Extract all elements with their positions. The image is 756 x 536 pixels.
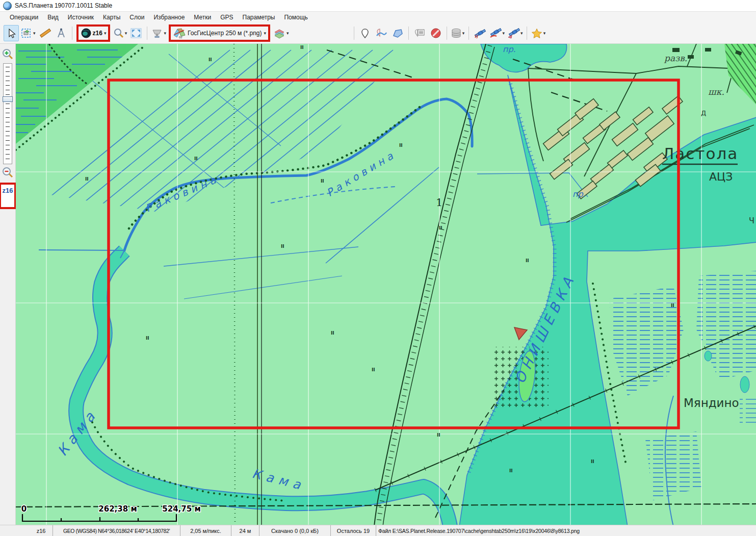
map-source-icon: 02 [173, 27, 186, 39]
placemark-list-button[interactable] [412, 25, 427, 41]
fullscreen-button[interactable] [128, 25, 144, 41]
dropdown-arrow-icon[interactable]: ▾ [520, 31, 523, 36]
toolbar-separator [72, 27, 72, 40]
map-source-badge: 02 [179, 36, 183, 39]
cursor-tool-button[interactable] [4, 25, 19, 41]
cursor-icon [6, 28, 17, 39]
svg-text:II: II [526, 258, 529, 263]
hide-placemarks-button[interactable] [428, 25, 444, 41]
add-placemark-button[interactable] [357, 25, 373, 41]
svg-text:II: II [281, 244, 284, 249]
map-source-selector[interactable]: 02 ГосГисЦентр 250 м (*.png) ▾ [172, 25, 267, 41]
download-manager-button[interactable]: ▾ [450, 25, 465, 41]
polygon-placemark-icon [392, 28, 404, 39]
gps-marker-button[interactable]: ▾ [506, 25, 524, 41]
status-zoom: z16 [30, 525, 53, 536]
gps-marker-icon [507, 27, 520, 39]
menu-operations[interactable]: Операции [5, 13, 43, 22]
label-pr-village: пр. [572, 189, 586, 199]
favorites-button[interactable]: ▾ [530, 25, 546, 41]
map-viewport[interactable]: IIII IIII IIII IIII IIII IIII IIII IIII … [16, 44, 756, 525]
toolbar-separator [147, 27, 147, 40]
search-button[interactable]: ▾ [112, 25, 127, 41]
toolbar: ▾ z16 ▾ [0, 23, 756, 44]
app-window: SAS.Планета 190707.10011 Stable Операции… [0, 0, 756, 536]
gps-track-button[interactable]: ▾ [488, 25, 506, 41]
zoom-selector-button[interactable]: z16 ▾ [80, 25, 107, 41]
label-one: 1 [436, 196, 442, 209]
dropdown-arrow-icon[interactable]: ▾ [543, 31, 546, 36]
menu-settings[interactable]: Параметры [238, 13, 280, 22]
svg-text:II: II [671, 303, 674, 308]
database-icon [451, 28, 462, 39]
label-pr-top: пр. [503, 44, 516, 54]
compass-tool-button[interactable] [54, 25, 69, 41]
zoom-out-icon[interactable] [2, 166, 14, 180]
status-resolution: 2,05 м/пикс. [180, 525, 231, 536]
svg-text:II: II [300, 45, 304, 50]
dropdown-arrow-icon[interactable]: ▾ [104, 31, 107, 36]
placemark-list-icon [413, 28, 426, 39]
menu-help[interactable]: Помощь [279, 13, 312, 22]
label-lastola: Ластола [662, 144, 738, 163]
svg-text:II: II [85, 176, 89, 182]
selection-tool-button[interactable]: ▾ [20, 25, 36, 41]
dropdown-arrow-icon[interactable]: ▾ [503, 31, 505, 36]
status-remaining: Осталось 19 [331, 525, 376, 536]
zoom-slider[interactable] [3, 63, 12, 164]
add-path-button[interactable] [374, 25, 389, 41]
svg-text:II: II [194, 156, 198, 161]
no-entry-icon [430, 28, 442, 39]
status-altitude: 24 м [231, 525, 259, 536]
svg-text:II: II [372, 367, 375, 372]
ruler-tool-button[interactable] [37, 25, 53, 41]
dropdown-arrow-icon[interactable]: ▾ [33, 31, 36, 36]
menu-maps[interactable]: Карты [98, 13, 125, 22]
layers-button[interactable]: ▾ [272, 25, 290, 41]
svg-text:II: II [439, 225, 442, 231]
toolbar-separator [527, 27, 527, 40]
status-bar: z16 GEO (WGS84) N64°36,018624' E40°14,18… [0, 525, 756, 536]
cache-icon [151, 28, 163, 39]
status-file-path: Файл E:\SAS.Planet.Release.190707\cache\… [376, 525, 756, 536]
zoom-in-icon[interactable] [2, 48, 14, 61]
toolbar-separator [408, 27, 409, 40]
menu-bar: Операции Вид Источник Карты Слои Избранн… [0, 11, 756, 23]
dropdown-arrow-icon[interactable]: ▾ [264, 31, 267, 36]
menu-source[interactable]: Источник [63, 13, 98, 22]
gps-track-icon [489, 27, 502, 39]
window-title: SAS.Планета 190707.10011 Stable [15, 2, 112, 9]
dropdown-arrow-icon[interactable]: ▾ [462, 31, 465, 36]
cache-mode-button[interactable]: ▾ [150, 25, 167, 41]
status-spacer [0, 525, 30, 536]
dropdown-arrow-icon[interactable]: ▾ [286, 31, 289, 36]
magnifier-icon [113, 28, 124, 39]
menu-favorites[interactable]: Избранное [149, 13, 189, 22]
svg-text:II: II [509, 468, 513, 473]
zoom-slider-handle[interactable] [3, 96, 13, 102]
menu-gps[interactable]: GPS [216, 13, 238, 22]
label-razv: разв. [664, 53, 687, 63]
globe-icon [81, 28, 92, 39]
dropdown-arrow-icon[interactable]: ▾ [164, 31, 166, 36]
label-shk: шк. [708, 87, 724, 97]
menu-view[interactable]: Вид [43, 13, 63, 22]
map-canvas[interactable]: IIII IIII IIII IIII IIII IIII IIII IIII … [16, 44, 756, 525]
menu-placemarks[interactable]: Метки [189, 13, 216, 22]
toolbar-separator [468, 27, 469, 40]
map-source-label: ГосГисЦентр 250 м (*.png) [188, 30, 262, 37]
label-acz: АЦЗ [709, 170, 733, 183]
status-downloaded: Скачано 0 (0,0 кБ) [259, 525, 331, 536]
menu-layers[interactable]: Слои [125, 13, 149, 22]
dropdown-arrow-icon[interactable]: ▾ [125, 31, 127, 36]
add-polygon-button[interactable] [390, 25, 405, 41]
label-ch: Ч [749, 216, 754, 225]
gps-connect-button[interactable] [472, 25, 487, 41]
zoom-selector-highlight: z16 ▾ [76, 24, 111, 42]
scale-zero: 0 [21, 504, 27, 514]
title-bar: SAS.Планета 190707.10011 Stable [0, 0, 756, 11]
zoom-level-highlight: z16 [0, 183, 16, 209]
placemark-icon [359, 28, 371, 39]
toolbar-separator [354, 27, 354, 40]
scale-mid: 262,38 м [98, 504, 137, 514]
